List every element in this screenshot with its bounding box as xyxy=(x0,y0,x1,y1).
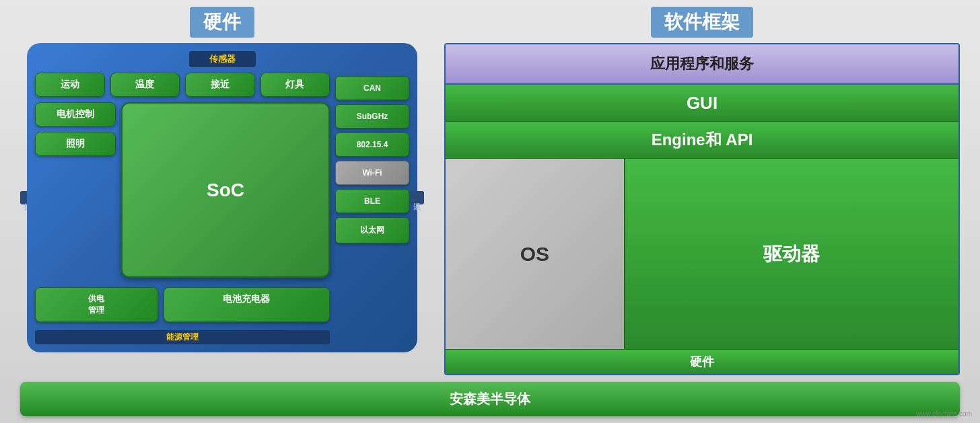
energy-label: 能源管理 xyxy=(35,330,330,344)
hardware-content: 运动 温度 接近 灯具 电机控制 照明 xyxy=(35,73,409,344)
btn-can: CAN xyxy=(335,76,409,100)
btn-wifi: Wi-Fi xyxy=(335,161,409,185)
software-title: 软件框架 xyxy=(651,7,753,38)
soc-box: SoC xyxy=(121,102,330,278)
main-container: 硬件 执行 传感器 运动 温 xyxy=(0,0,980,423)
sw-os: OS xyxy=(446,159,625,349)
btn-dianchi: 电池充电器 xyxy=(164,287,330,322)
btn-gongdian: 供电 管理 xyxy=(35,287,158,322)
sw-layer-os-driver: OS 驱动器 xyxy=(446,159,958,350)
sw-layer-hw: 硬件 xyxy=(446,350,958,374)
btn-jiejin: 接近 xyxy=(185,73,255,97)
hardware-section: 硬件 执行 传感器 运动 温 xyxy=(20,7,424,375)
sensor-buttons: 运动 温度 接近 灯具 xyxy=(35,73,330,97)
btn-ble: BLE xyxy=(335,189,409,213)
software-section: 软件框架 应用程序和服务 GUI Engine和 API OS 驱动器 硬件 xyxy=(444,7,960,375)
btn-subghz: SubGHz xyxy=(335,104,409,128)
bottom-row: 供电 管理 电池充电器 xyxy=(35,287,330,322)
sensor-label: 传感器 xyxy=(189,51,256,67)
btn-dianjikongzhi: 电机控制 xyxy=(35,102,116,126)
sw-driver: 驱动器 xyxy=(625,159,958,349)
btn-dengju: 灯具 xyxy=(260,73,330,97)
top-section: 硬件 执行 传感器 运动 温 xyxy=(20,7,960,375)
sw-layer-gui: GUI xyxy=(446,85,958,122)
hardware-box: 传感器 运动 温度 接近 灯具 xyxy=(27,43,417,352)
btn-zhaoming: 照明 xyxy=(35,132,116,156)
hardware-box-wrapper: 执行 传感器 运动 温度 接近 灯 xyxy=(27,43,417,352)
soc-left: 电机控制 照明 xyxy=(35,102,116,278)
watermark: www.elecfans.com xyxy=(916,410,972,418)
hardware-title: 硬件 xyxy=(190,7,254,38)
btn-wendu: 温度 xyxy=(110,73,180,97)
sw-layer-app: 应用程序和服务 xyxy=(446,44,958,85)
software-box: 应用程序和服务 GUI Engine和 API OS 驱动器 硬件 xyxy=(444,43,960,375)
sensor-row: 传感器 xyxy=(35,51,409,67)
right-label-text: 通讯 xyxy=(410,191,424,204)
btn-802154: 802.15.4 xyxy=(335,132,409,157)
right-side-label: 通讯 xyxy=(410,191,424,204)
btn-yundong: 运动 xyxy=(35,73,105,97)
bottom-banner: 安森美半导体 xyxy=(20,382,960,416)
sw-layer-engine: Engine和 API xyxy=(446,122,958,159)
hardware-left: 运动 温度 接近 灯具 电机控制 照明 xyxy=(35,73,330,344)
hardware-right: CAN SubGHz 802.15.4 Wi-Fi BLE 以太网 xyxy=(335,73,409,344)
soc-area: 电机控制 照明 SoC xyxy=(35,102,330,278)
btn-yitaiwang: 以太网 xyxy=(335,217,409,243)
